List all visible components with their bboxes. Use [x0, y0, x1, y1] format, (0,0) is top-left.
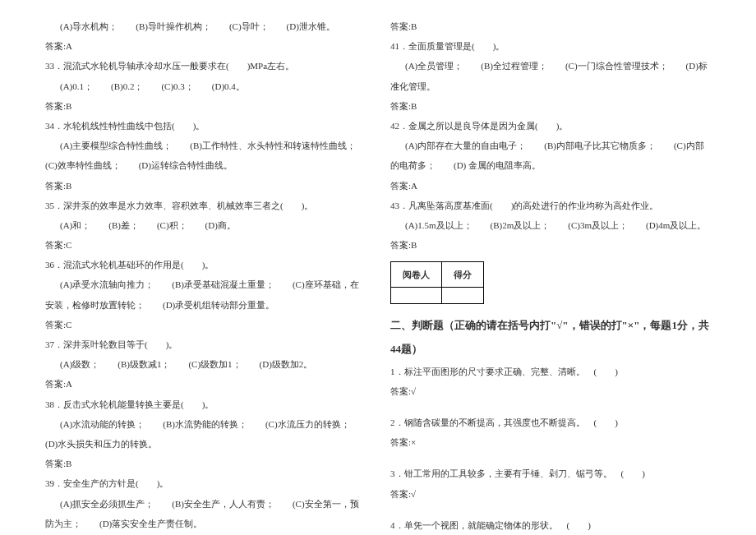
a34: 答案:B	[45, 176, 366, 196]
score-header2: 得分	[442, 262, 484, 288]
tf1: 1．标注平面图形的尺寸要求正确、完整、清晰。 ( )	[390, 362, 711, 381]
a37: 答案:A	[45, 374, 366, 394]
a41: 答案:B	[390, 96, 711, 116]
tf4: 4．单凭一个视图，就能确定物体的形状。 ( )	[390, 515, 711, 535]
q38-options: (A)水流动能的转换； (B)水流势能的转换； (C)水流压力的转换； (D)水…	[45, 419, 368, 449]
left-column: (A)导水机构； (B)导叶操作机构； (C)导叶； (D)泄水锥。 答案:A …	[33, 16, 378, 519]
q32-options: (A)导水机构； (B)导叶操作机构； (C)导叶； (D)泄水锥。	[45, 21, 335, 31]
q39: 39．安全生产的方针是( )。	[45, 473, 366, 493]
q42-options: (A)内部存在大量的自由电子； (B)内部电子比其它物质多； (C)内部的电荷多…	[390, 141, 704, 170]
tf1-ans: 答案:√	[390, 381, 711, 401]
q34-options: (A)主要模型综合特性曲线； (B)工作特性、水头特性和转速特性曲线； (C)效…	[45, 141, 374, 170]
q36-options: (A)承受水流轴向推力； (B)承受基础混凝土重量； (C)座环基础，在安装，检…	[45, 279, 359, 309]
a42: 答案:A	[390, 176, 711, 196]
q35-options: (A)和； (B)差； (C)积； (D)商。	[45, 220, 236, 230]
q37: 37．深井泵叶轮数目等于( )。	[45, 334, 366, 354]
a43: 答案:B	[390, 235, 711, 255]
q34: 34．水轮机线性特性曲线中包括( )。	[45, 116, 366, 136]
right-column: 答案:B 41．全面质量管理是( )。 (A)全员管理； (B)全过程管理； (…	[378, 16, 723, 519]
a38: 答案:B	[45, 454, 366, 473]
q38: 38．反击式水轮机能量转换主要是( )。	[45, 394, 366, 414]
score-cell1	[391, 288, 442, 304]
q43: 43．凡离坠落高度基准面( )的高处进行的作业均称为高处作业。	[390, 196, 711, 215]
q35: 35．深井泵的效率是水力效率、容积效率、机械效率三者之( )。	[45, 196, 366, 215]
a33: 答案:B	[45, 96, 366, 116]
tf2: 2．钢随含碳量的不断提高，其强度也不断提高。 ( )	[390, 413, 711, 432]
score-table: 阅卷人 得分	[390, 261, 484, 304]
score-cell2	[442, 288, 484, 304]
q42: 42．金属之所以是良导体是因为金属( )。	[390, 116, 711, 136]
q41: 41．全面质量管理是( )。	[390, 36, 711, 56]
tf3: 3．钳工常用的工具较多，主要有手锤、剁刀、锯弓等。 ( )	[390, 464, 711, 483]
tf2-ans: 答案:×	[390, 432, 711, 452]
q33-options: (A)0.1； (B)0.2； (C)0.3； (D)0.4。	[45, 81, 245, 91]
tf3-ans: 答案:√	[390, 484, 711, 504]
a32: 答案:A	[45, 36, 366, 56]
q43-options: (A)1.5m及以上； (B)2m及以上； (C)3m及以上； (D)4m及以上…	[390, 220, 706, 230]
q33: 33．混流式水轮机导轴承冷却水压一般要求在( )MPa左右。	[45, 56, 366, 76]
q41-options: (A)全员管理； (B)全过程管理； (C)一门综合性管理技术； (D)标准化管…	[390, 61, 708, 90]
a35: 答案:C	[45, 235, 366, 255]
q37-options: (A)级数； (B)级数减1； (C)级数加1； (D)级数加2。	[45, 359, 312, 369]
a40: 答案:B	[390, 16, 711, 36]
score-header1: 阅卷人	[391, 262, 442, 288]
q39-options: (A)抓安全必须抓生产； (B)安全生产，人人有责； (C)安全第一，预防为主；…	[45, 499, 359, 528]
a36: 答案:C	[45, 315, 366, 334]
section2-title: 二、判断题（正确的请在括号内打"√"，错误的打"×"，每题1分，共44题）	[390, 314, 711, 361]
q36: 36．混流式水轮机基础环的作用是( )。	[45, 255, 366, 274]
